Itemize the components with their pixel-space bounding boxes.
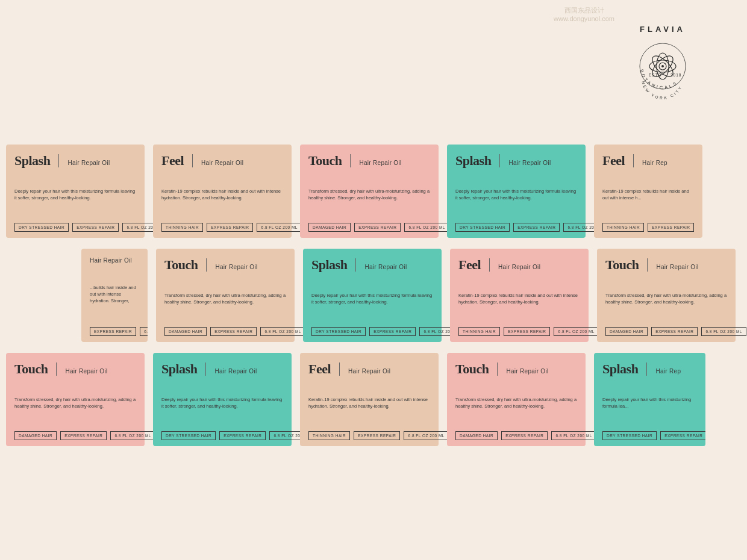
tag-repair: EXPRESS REPAIR (648, 223, 694, 232)
card-header: Feel Hair Rep (602, 153, 694, 169)
svg-text:FLAVIA: FLAVIA (640, 25, 686, 34)
product-tags: DRY STRESSED HAIR EXPRESS REPAIR 6.8 FL … (311, 327, 433, 336)
product-description: Keratin-19 complex rebuilds hair inside … (161, 188, 283, 202)
product-tags: DAMAGED HAIR EXPRESS REPAIR 6.8 FL OZ 20… (164, 327, 286, 336)
product-description: Deeply repair your hair with this moistu… (602, 397, 697, 410)
tag-repair: EXPRESS REPAIR (207, 223, 253, 232)
divider (489, 258, 490, 272)
tag-size: 6.8 FL OZ 200 mL (260, 327, 305, 336)
brand-name: Touch (605, 257, 639, 273)
product-subtitle: Hair Repair Oil (348, 368, 390, 375)
brand-name: Splash (602, 361, 638, 377)
tag-repair: EXPRESS REPAIR (72, 223, 119, 232)
card-splash-partial: Splash Hair Rep Deeply repair your hair … (594, 353, 705, 446)
product-description: Transform stressed, dry hair with ultra-… (164, 293, 286, 306)
divider (633, 154, 634, 167)
card-header: Touch Hair Repair Oil (308, 153, 430, 169)
card-header: Feel Hair Repair Oil (308, 361, 430, 377)
divider (355, 258, 356, 272)
brand-name: Touch (455, 361, 489, 377)
card-header: Splash Hair Repair Oil (455, 153, 577, 169)
product-tags: DAMAGED HAIR EXPRESS REPAIR 6.8 FL OZ 20… (605, 327, 727, 336)
tag-hair-type: DAMAGED HAIR (164, 327, 207, 336)
brand-name: Splash (455, 153, 491, 169)
divider (205, 362, 206, 376)
card-header: Touch Hair Repair Oil (455, 361, 577, 377)
card-header: Touch Hair Repair Oil (14, 361, 136, 377)
divider (350, 154, 351, 167)
product-subtitle: Hair Repair Oil (359, 160, 401, 166)
card-feel-partial-left: Hair Repair Oil ...builds hair inside an… (81, 249, 148, 342)
watermark: 西国东品设计 www.dongyunol.com (554, 6, 614, 22)
card-splash-2: Splash Hair Repair Oil Deeply repair you… (447, 145, 586, 238)
tag-hair-type: DRY STRESSED HAIR (602, 431, 657, 440)
product-tags: DRY STRESSED HAIR EXPRESS REPAIR 6.8 FL … (455, 223, 577, 232)
product-tags: DRY STRESSED HAIR EXPRESS REPAIR 6.8 FL … (161, 431, 283, 440)
tag-repair: EXPRESS REPAIR (501, 431, 548, 440)
product-subtitle: Hair Rep (642, 160, 667, 166)
product-tags: DAMAGED HAIR EXPRESS REPAIR 6.8 FL OZ 20… (14, 431, 136, 440)
product-description: Deeply repair your hair with this moistu… (161, 397, 283, 410)
product-subtitle: Hair Repair Oil (508, 160, 551, 166)
tag-hair-type: DRY STRESSED HAIR (311, 327, 366, 336)
product-subtitle: Hair Repair Oil (90, 257, 132, 264)
product-subtitle: Hair Repair Oil (506, 368, 548, 375)
tag-hair-type: DRY STRESSED HAIR (14, 223, 69, 232)
brand-name: Feel (161, 153, 184, 169)
product-description: Deeply repair your hair with this moistu… (14, 188, 136, 202)
svg-point-6 (661, 65, 664, 67)
logo-svg: FLAVIA BOTANICALS ESTD 2018 NEW YORK CIT… (617, 15, 708, 105)
brand-name: Splash (311, 257, 347, 273)
tag-size: 6.8 FL OZ 200 mL (140, 327, 148, 336)
product-description: Transform stressed, dry hair with ultra-… (308, 188, 430, 202)
product-tags: DAMAGED HAIR EXPRESS REPAIR 6.8 FL OZ 20… (455, 431, 577, 440)
divider (339, 362, 340, 376)
tag-repair: EXPRESS REPAIR (504, 327, 550, 336)
product-description: Transform stressed, dry hair with ultra-… (455, 397, 577, 410)
product-tags: DRY STRESSED HAIR EXPRESS REPAIR 6.8 FL … (14, 223, 136, 232)
product-description: Transform stressed, dry hair with ultra-… (14, 397, 136, 410)
brand-name: Feel (602, 153, 625, 169)
product-tags: DRY STRESSED HAIR EXPRESS REPAIR (602, 431, 697, 440)
brand-name: Feel (458, 257, 481, 273)
svg-text:ESTD: ESTD (649, 73, 661, 77)
card-touch-4: Touch Hair Repair Oil Transform stressed… (6, 353, 145, 446)
tag-repair: EXPRESS REPAIR (651, 327, 698, 336)
card-header: Touch Hair Repair Oil (605, 257, 727, 273)
divider (646, 362, 647, 376)
product-subtitle: Hair Repair Oil (214, 368, 257, 375)
divider (58, 154, 59, 167)
brand-name: Touch (14, 361, 48, 377)
product-description: ...builds hair inside and out with inten… (90, 285, 139, 305)
tag-hair-type: THINNING HAIR (308, 431, 350, 440)
card-header: Feel Hair Repair Oil (161, 153, 283, 169)
card-header: Splash Hair Repair Oil (311, 257, 433, 273)
card-touch-5: Touch Hair Repair Oil Transform stressed… (447, 353, 586, 446)
product-description: Keratin-19 complex rebuilds hair inside … (458, 293, 580, 306)
brand-name: Touch (308, 153, 342, 169)
card-splash-4: Splash Hair Repair Oil Deeply repair you… (153, 353, 292, 446)
logo-area: FLAVIA BOTANICALS ESTD 2018 NEW YORK CIT… (614, 12, 711, 108)
tag-hair-type: DAMAGED HAIR (605, 327, 648, 336)
product-tags: THINNING HAIR EXPRESS REPAIR 6.8 FL OZ 2… (308, 431, 430, 440)
product-description: Deeply repair your hair with this moistu… (311, 293, 433, 306)
card-touch-1: Touch Hair Repair Oil Transform stressed… (300, 145, 439, 238)
product-description: Deeply repair your hair with this moistu… (455, 188, 577, 202)
card-header: Splash Hair Repair Oil (14, 153, 136, 169)
card-header: Feel Hair Repair Oil (458, 257, 580, 273)
card-feel-1: Feel Hair Repair Oil Keratin-19 complex … (153, 145, 292, 238)
brand-name: Feel (308, 361, 331, 377)
tag-size: 6.8 FL OZ 200 mL (257, 223, 302, 232)
tag-hair-type: DAMAGED HAIR (308, 223, 351, 232)
tag-repair: EXPRESS REPAIR (354, 223, 401, 232)
product-tags: DAMAGED HAIR EXPRESS REPAIR 6.8 FL OZ 20… (308, 223, 430, 232)
tag-repair: EXPRESS REPAIR (60, 431, 107, 440)
tag-hair-type: THINNING HAIR (161, 223, 203, 232)
card-row-2: Hair Repair Oil ...builds hair inside an… (6, 249, 741, 342)
card-header: Splash Hair Repair Oil (161, 361, 283, 377)
card-feel-2: Feel Hair Repair Oil Keratin-19 complex … (450, 249, 589, 342)
product-subtitle: Hair Repair Oil (498, 264, 540, 270)
card-touch-2: Touch Hair Repair Oil Transform stressed… (156, 249, 295, 342)
product-tags: THINNING HAIR EXPRESS REPAIR (602, 223, 694, 232)
card-header: Touch Hair Repair Oil (164, 257, 286, 273)
